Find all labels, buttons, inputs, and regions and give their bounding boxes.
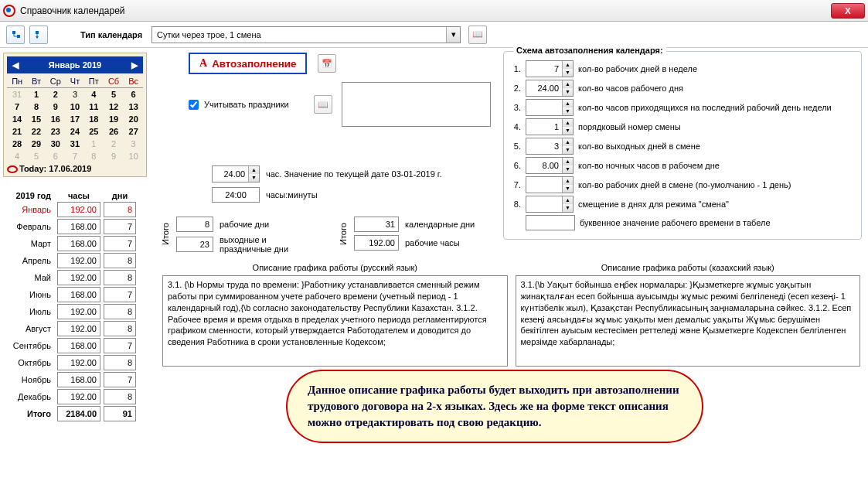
month-name: Февраль xyxy=(3,222,54,231)
schema-row-8: 8.▲▼смещение в днях для режима "смена" xyxy=(510,196,855,213)
schema-spinner-2[interactable]: 24.00▲▼ xyxy=(526,80,574,97)
year-row-Декабрь: Декабрь192.008 xyxy=(3,389,151,404)
desc-kz-textarea[interactable]: 3.1.{\b Уақыт бойынша еңбек нормалары: }… xyxy=(516,275,861,367)
cal-next-button[interactable]: ▶ xyxy=(129,60,140,70)
book-icon: 📖 xyxy=(472,29,483,39)
calendar-type-select[interactable]: Сутки через трое, 1 смена ▾ xyxy=(151,26,461,43)
spin-down-icon[interactable]: ▼ xyxy=(563,88,573,96)
schema-spinner-6[interactable]: 8.00▲▼ xyxy=(526,157,574,174)
schema-label: порядковый номер смены xyxy=(578,122,681,131)
autofill-cal-button[interactable]: 📅 xyxy=(318,54,336,73)
month-days[interactable]: 7 xyxy=(104,219,136,234)
month-hours[interactable]: 168.00 xyxy=(57,372,100,387)
spin-up-icon[interactable]: ▲ xyxy=(563,158,573,165)
month-hours[interactable]: 192.00 xyxy=(57,304,100,319)
year-row-Февраль: Февраль168.007 xyxy=(3,219,151,234)
row-number: 4. xyxy=(510,122,521,131)
spin-up-icon[interactable]: ▲ xyxy=(249,166,259,174)
month-days[interactable]: 8 xyxy=(104,304,136,319)
month-hours[interactable]: 192.00 xyxy=(57,202,100,217)
holidays-checkbox[interactable] xyxy=(189,100,199,110)
spin-down-icon[interactable]: ▼ xyxy=(563,185,573,193)
spin-down-icon[interactable]: ▼ xyxy=(563,146,573,154)
letter-value-field[interactable] xyxy=(526,215,575,230)
spin-up-icon[interactable]: ▲ xyxy=(563,119,573,127)
month-days[interactable]: 8 xyxy=(104,270,136,285)
schema-label: кол-во часов рабочего дня xyxy=(578,84,683,93)
spin-down-icon[interactable]: ▼ xyxy=(563,107,573,115)
month-days[interactable]: 8 xyxy=(104,253,136,268)
calendar-icon: 📅 xyxy=(322,59,332,69)
month-hours[interactable]: 168.00 xyxy=(57,236,100,251)
combo-arrow-icon[interactable]: ▾ xyxy=(446,27,460,43)
note-field[interactable] xyxy=(342,82,491,127)
calendar-type-value: Сутки через трое, 1 смена xyxy=(152,30,446,39)
month-name: Ноябрь xyxy=(3,375,54,384)
month-hours[interactable]: 168.00 xyxy=(57,219,100,234)
close-button[interactable]: X xyxy=(831,3,865,19)
total-days: 91 xyxy=(104,406,136,421)
year-total-row: Итого 2184.00 91 xyxy=(3,406,151,421)
spin-up-icon[interactable]: ▲ xyxy=(563,138,573,146)
month-hours[interactable]: 168.00 xyxy=(57,287,100,302)
row-number: 2. xyxy=(510,84,521,93)
month-days[interactable]: 7 xyxy=(104,338,136,353)
holidays-help-button[interactable]: 📖 xyxy=(314,95,332,114)
month-hours[interactable]: 192.00 xyxy=(57,389,100,404)
work-hours-label: рабочие часы xyxy=(405,238,460,247)
schema-spinner-4[interactable]: 1▲▼ xyxy=(526,118,574,135)
spin-up-icon[interactable]: ▲ xyxy=(563,80,573,88)
month-days[interactable]: 8 xyxy=(104,389,136,404)
month-name: Май xyxy=(3,273,54,282)
spin-down-icon[interactable]: ▼ xyxy=(563,69,573,77)
cal-days-val: 31 xyxy=(354,217,399,232)
cal-prev-button[interactable]: ◀ xyxy=(10,60,21,70)
month-hours[interactable]: 192.00 xyxy=(57,355,100,370)
month-calendar[interactable]: ◀ Январь 2019 ▶ ПнВтСрЧтПтСбВс3112345678… xyxy=(3,53,147,177)
hours-spinner[interactable]: 24.00 ▲▼ xyxy=(212,165,260,182)
spin-down-icon[interactable]: ▼ xyxy=(563,165,573,173)
toolbar-btn-1[interactable] xyxy=(6,26,25,44)
schema-spinner-8[interactable]: ▲▼ xyxy=(526,196,574,213)
spin-down-icon[interactable]: ▼ xyxy=(563,127,573,135)
calendar-grid[interactable]: ПнВтСрЧтПтСбВс31123456789101112131415161… xyxy=(7,75,143,162)
spin-up-icon[interactable]: ▲ xyxy=(563,61,573,69)
type-label: Тип календаря xyxy=(80,30,142,39)
spin-up-icon[interactable]: ▲ xyxy=(563,100,573,107)
itogo-label-right: Итого xyxy=(339,217,348,252)
calendar-today[interactable]: Today: 17.06.2019 xyxy=(7,164,143,173)
holidays-label: Учитывать праздники xyxy=(204,100,289,109)
desc-ru-heading: Описание графика работы (русский язык) xyxy=(162,263,508,272)
desc-ru-textarea[interactable]: 3.1. {\b Нормы труда по времени: }Работн… xyxy=(162,275,508,367)
hm-field[interactable]: 24:00 xyxy=(212,187,260,203)
month-days[interactable]: 8 xyxy=(104,321,136,336)
month-hours[interactable]: 192.00 xyxy=(57,321,100,336)
month-days[interactable]: 8 xyxy=(104,202,136,217)
year-row-Июль: Июль192.008 xyxy=(3,304,151,319)
month-name: Январь xyxy=(3,205,54,214)
month-hours[interactable]: 168.00 xyxy=(57,338,100,353)
spin-down-icon[interactable]: ▼ xyxy=(249,174,259,182)
toolbar-btn-2[interactable] xyxy=(29,26,48,44)
year-row-Июнь: Июнь168.007 xyxy=(3,287,151,302)
month-hours[interactable]: 192.00 xyxy=(57,270,100,285)
spin-down-icon[interactable]: ▼ xyxy=(563,204,573,212)
type-help-button[interactable]: 📖 xyxy=(468,26,487,44)
schema-spinner-3[interactable]: ▲▼ xyxy=(526,99,574,116)
window-title: Справочник календарей xyxy=(20,5,831,16)
month-days[interactable]: 7 xyxy=(104,236,136,251)
month-days[interactable]: 7 xyxy=(104,287,136,302)
month-days[interactable]: 7 xyxy=(104,372,136,387)
work-days-val: 8 xyxy=(176,217,213,232)
spin-up-icon[interactable]: ▲ xyxy=(563,196,573,204)
month-hours[interactable]: 192.00 xyxy=(57,253,100,268)
schema-spinner-7[interactable]: ▲▼ xyxy=(526,176,574,193)
schema-label: смещение в днях для режима "смена" xyxy=(578,200,729,209)
month-days[interactable]: 8 xyxy=(104,355,136,370)
autofill-button[interactable]: A Автозаполнение xyxy=(189,53,307,74)
schema-spinner-1[interactable]: 7▲▼ xyxy=(526,60,574,77)
month-name: Июль xyxy=(3,307,54,316)
spin-up-icon[interactable]: ▲ xyxy=(563,177,573,185)
schema-spinner-5[interactable]: 3▲▼ xyxy=(526,138,574,155)
year-row-Январь: Январь192.008 xyxy=(3,202,151,217)
